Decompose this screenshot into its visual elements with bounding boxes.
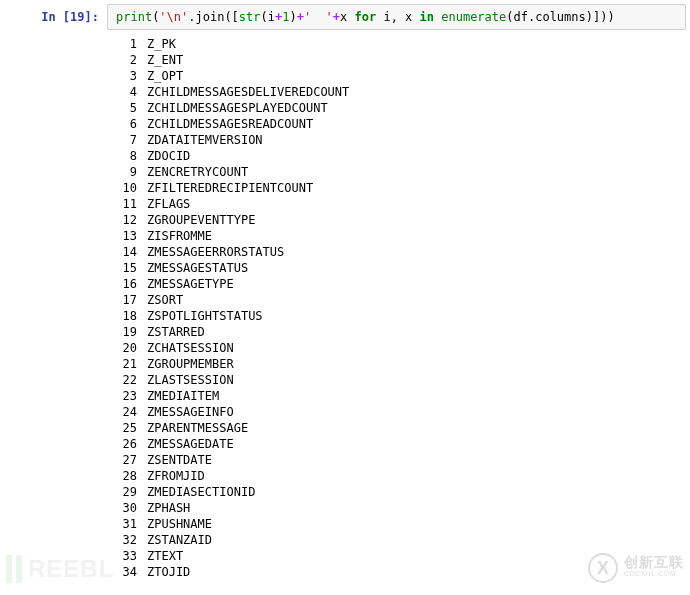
output-row: 18 ZSPOTLIGHTSTATUS <box>115 308 678 324</box>
output-row-value: ZTEXT <box>147 548 678 564</box>
output-row-value: ZPARENTMESSAGE <box>147 420 678 436</box>
tok-enumerate: enumerate <box>441 10 506 24</box>
output-row: 22 ZLASTSESSION <box>115 372 678 388</box>
output-row-value: ZPHASH <box>147 500 678 516</box>
output-row-index: 12 <box>115 212 137 228</box>
output-row-value: ZTOJID <box>147 564 678 580</box>
output-row-index: 5 <box>115 100 137 116</box>
output-row-value: ZCHILDMESSAGESDELIVEREDCOUNT <box>147 84 678 100</box>
output-row-index: 32 <box>115 532 137 548</box>
output-row-index: 26 <box>115 436 137 452</box>
tok-for: for <box>355 10 377 24</box>
output-row-index: 31 <box>115 516 137 532</box>
output-row-value: ZGROUPMEMBER <box>147 356 678 372</box>
stdout-output: 1 Z_PK2 Z_ENT3 Z_OPT4 ZCHILDMESSAGESDELI… <box>107 34 686 584</box>
output-row: 21 ZGROUPMEMBER <box>115 356 678 372</box>
output-row-index: 13 <box>115 228 137 244</box>
output-row: 20 ZCHATSESSION <box>115 340 678 356</box>
output-row-index: 9 <box>115 164 137 180</box>
output-row-value: ZSENTDATE <box>147 452 678 468</box>
code-input[interactable]: print('\n'.join([str(i+1)+' '+x for i, x… <box>107 4 686 30</box>
notebook-input-cell: In [19]: print('\n'.join([str(i+1)+' '+x… <box>0 0 690 30</box>
tok-in: in <box>420 10 434 24</box>
output-row: 29 ZMEDIASECTIONID <box>115 484 678 500</box>
output-row-index: 27 <box>115 452 137 468</box>
output-row-value: ZSTANZAID <box>147 532 678 548</box>
output-row-value: ZMESSAGESTATUS <box>147 260 678 276</box>
output-row: 26 ZMESSAGEDATE <box>115 436 678 452</box>
output-row-value: ZPUSHNAME <box>147 516 678 532</box>
output-row-index: 29 <box>115 484 137 500</box>
output-row: 10 ZFILTEREDRECIPIENTCOUNT <box>115 180 678 196</box>
tok-string-space: ' ' <box>304 10 333 24</box>
output-row-index: 3 <box>115 68 137 84</box>
tok-print: print <box>116 10 152 24</box>
output-row-value: ZMESSAGEINFO <box>147 404 678 420</box>
output-row-value: ZDOCID <box>147 148 678 164</box>
output-row: 23 ZMEDIAITEM <box>115 388 678 404</box>
output-row: 34 ZTOJID <box>115 564 678 580</box>
output-row-index: 22 <box>115 372 137 388</box>
output-row-index: 2 <box>115 52 137 68</box>
output-row-index: 1 <box>115 36 137 52</box>
output-row-index: 16 <box>115 276 137 292</box>
output-row-index: 28 <box>115 468 137 484</box>
output-row-value: ZMESSAGETYPE <box>147 276 678 292</box>
notebook-output-cell: 1 Z_PK2 Z_ENT3 Z_OPT4 ZCHILDMESSAGESDELI… <box>0 30 690 584</box>
output-row: 9 ZENCRETRYCOUNT <box>115 164 678 180</box>
output-row-value: ZLASTSESSION <box>147 372 678 388</box>
output-row: 24 ZMESSAGEINFO <box>115 404 678 420</box>
output-row-index: 7 <box>115 132 137 148</box>
output-row-index: 34 <box>115 564 137 580</box>
output-row: 25 ZPARENTMESSAGE <box>115 420 678 436</box>
output-row-value: ZMESSAGEERRORSTATUS <box>147 244 678 260</box>
output-row-value: ZFILTEREDRECIPIENTCOUNT <box>147 180 678 196</box>
output-row-value: Z_OPT <box>147 68 678 84</box>
output-row: 4 ZCHILDMESSAGESDELIVEREDCOUNT <box>115 84 678 100</box>
output-row: 7 ZDATAITEMVERSION <box>115 132 678 148</box>
output-row-index: 30 <box>115 500 137 516</box>
output-row-value: ZCHATSESSION <box>147 340 678 356</box>
output-row: 16 ZMESSAGETYPE <box>115 276 678 292</box>
output-row-index: 15 <box>115 260 137 276</box>
output-row: 19 ZSTARRED <box>115 324 678 340</box>
output-row: 12 ZGROUPEVENTTYPE <box>115 212 678 228</box>
output-row-value: ZMEDIASECTIONID <box>147 484 678 500</box>
output-row-index: 25 <box>115 420 137 436</box>
output-row-index: 23 <box>115 388 137 404</box>
output-row-index: 20 <box>115 340 137 356</box>
output-row-value: ZCHILDMESSAGESREADCOUNT <box>147 116 678 132</box>
output-row-index: 17 <box>115 292 137 308</box>
output-row-value: ZMESSAGEDATE <box>147 436 678 452</box>
output-row-index: 4 <box>115 84 137 100</box>
output-row: 6 ZCHILDMESSAGESREADCOUNT <box>115 116 678 132</box>
output-row-value: ZCHILDMESSAGESPLAYEDCOUNT <box>147 100 678 116</box>
tok-str: str <box>239 10 261 24</box>
output-row: 17 ZSORT <box>115 292 678 308</box>
output-row: 33 ZTEXT <box>115 548 678 564</box>
output-row: 2 Z_ENT <box>115 52 678 68</box>
output-row: 11 ZFLAGS <box>115 196 678 212</box>
output-row-index: 8 <box>115 148 137 164</box>
output-row-value: ZDATAITEMVERSION <box>147 132 678 148</box>
output-row: 1 Z_PK <box>115 36 678 52</box>
output-row-index: 33 <box>115 548 137 564</box>
output-row-value: ZFLAGS <box>147 196 678 212</box>
tok-string-newline: '\n' <box>159 10 188 24</box>
output-row-value: Z_ENT <box>147 52 678 68</box>
output-row-value: ZENCRETRYCOUNT <box>147 164 678 180</box>
output-row-value: ZFROMJID <box>147 468 678 484</box>
output-row-value: ZMEDIAITEM <box>147 388 678 404</box>
output-row: 5 ZCHILDMESSAGESPLAYEDCOUNT <box>115 100 678 116</box>
output-row-index: 21 <box>115 356 137 372</box>
output-row: 13 ZISFROMME <box>115 228 678 244</box>
output-row-index: 24 <box>115 404 137 420</box>
output-row-value: ZSPOTLIGHTSTATUS <box>147 308 678 324</box>
output-row-value: ZISFROMME <box>147 228 678 244</box>
output-row-index: 18 <box>115 308 137 324</box>
output-row: 3 Z_OPT <box>115 68 678 84</box>
output-row-value: ZSORT <box>147 292 678 308</box>
output-row: 30 ZPHASH <box>115 500 678 516</box>
output-row: 32 ZSTANZAID <box>115 532 678 548</box>
output-row: 15 ZMESSAGESTATUS <box>115 260 678 276</box>
